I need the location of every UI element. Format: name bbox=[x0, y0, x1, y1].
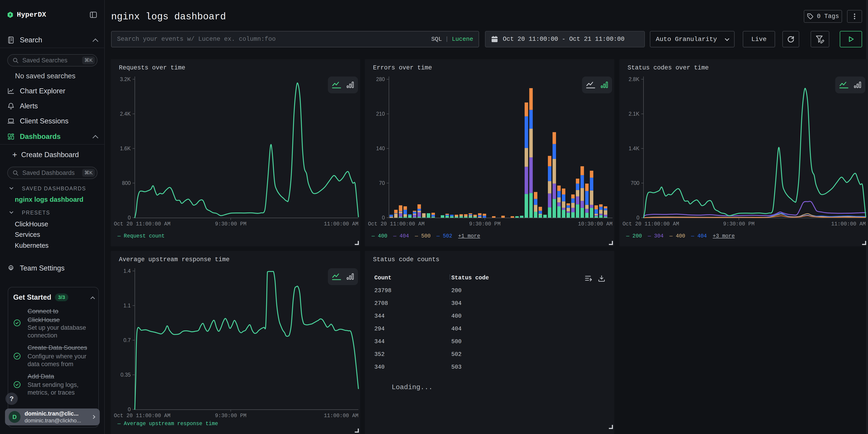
svg-text:Oct 20 11:00:00 AM: Oct 20 11:00:00 AM bbox=[114, 413, 170, 419]
svg-text:800: 800 bbox=[122, 180, 131, 186]
svg-text:0.7: 0.7 bbox=[123, 337, 131, 343]
svg-text:0.35: 0.35 bbox=[120, 372, 131, 378]
svg-text:140: 140 bbox=[376, 146, 385, 151]
svg-text:1.6K: 1.6K bbox=[120, 146, 131, 151]
svg-text:9:30:00 PM: 9:30:00 PM bbox=[723, 221, 754, 227]
svg-text:70: 70 bbox=[379, 180, 385, 186]
svg-text:0: 0 bbox=[128, 406, 131, 412]
svg-text:Oct 20 11:00:00 AM: Oct 20 11:00:00 AM bbox=[114, 221, 170, 227]
svg-text:210: 210 bbox=[376, 111, 385, 117]
svg-text:0: 0 bbox=[382, 215, 385, 221]
svg-text:2.1K: 2.1K bbox=[629, 111, 640, 117]
svg-text:10:30:00 AM: 10:30:00 AM bbox=[578, 221, 613, 227]
svg-text:11:00:00 AM: 11:00:00 AM bbox=[324, 221, 359, 227]
svg-text:3.2K: 3.2K bbox=[120, 76, 131, 82]
svg-text:700: 700 bbox=[631, 180, 640, 186]
svg-text:11:00:00 AM: 11:00:00 AM bbox=[831, 221, 866, 227]
svg-text:9:30:00 PM: 9:30:00 PM bbox=[215, 221, 246, 227]
svg-text:2.8K: 2.8K bbox=[629, 76, 640, 82]
svg-text:1.1: 1.1 bbox=[123, 303, 131, 309]
svg-text:0: 0 bbox=[128, 215, 131, 221]
svg-text:1.4: 1.4 bbox=[123, 268, 131, 274]
svg-text:9:30:00 PM: 9:30:00 PM bbox=[215, 413, 246, 419]
svg-text:11:00:00 AM: 11:00:00 AM bbox=[324, 413, 359, 419]
svg-text:Oct 20 11:00:00 AM: Oct 20 11:00:00 AM bbox=[368, 221, 425, 227]
svg-text:9:30:00 PM: 9:30:00 PM bbox=[469, 221, 500, 227]
svg-text:1.4K: 1.4K bbox=[629, 146, 640, 151]
svg-text:2.4K: 2.4K bbox=[120, 111, 131, 117]
svg-text:Oct 20 11:00:00 AM: Oct 20 11:00:00 AM bbox=[623, 221, 679, 227]
svg-text:280: 280 bbox=[376, 76, 385, 82]
svg-text:0: 0 bbox=[637, 215, 640, 221]
